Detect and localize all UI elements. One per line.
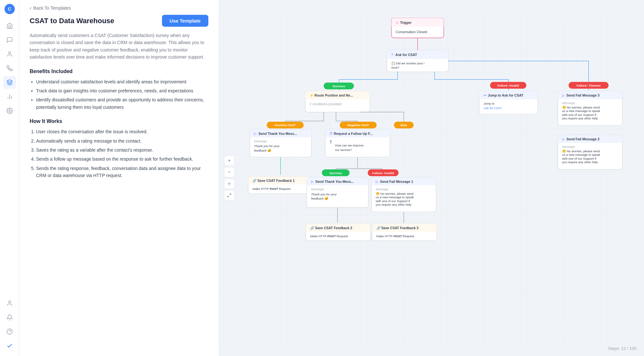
sidebar-item-conversations[interactable]	[3, 33, 16, 46]
zoom-out-button[interactable]: −	[224, 167, 234, 177]
svg-text:📋 Did we resolve your i: 📋 Did we resolve your i	[391, 61, 424, 65]
save-csat-2-node[interactable]: 🔗 Save CSAT Feedback 2 Make HTTP POST Re…	[306, 224, 371, 241]
sidebar-item-settings[interactable]	[3, 104, 16, 117]
how-item: Sends the rating response, feedback, con…	[36, 165, 208, 179]
sidebar-item-help[interactable]	[3, 325, 16, 338]
svg-text:▷: ▷	[376, 180, 379, 183]
svg-text:Request a Follow Up F...: Request a Follow Up F...	[334, 132, 373, 136]
jump-to-ask-node[interactable]: ↩ Jump to Ask for CSAT Jump to Ask for C…	[479, 91, 538, 114]
sidebar-item-profile[interactable]	[3, 297, 16, 310]
back-to-templates-link[interactable]: ‹ Back To Templates	[30, 0, 208, 15]
svg-text:↩: ↩	[484, 93, 487, 97]
svg-text:2 conditions provided: 2 conditions provided	[309, 102, 342, 106]
svg-text:Positive CSAT: Positive CSAT	[275, 123, 296, 127]
sidebar-bottom	[3, 297, 16, 352]
svg-text:▷: ▷	[254, 132, 257, 136]
flow-canvas: ◇ Trigger Conversation Closed ? Ask for …	[219, 0, 644, 356]
svg-text:▷: ▷	[311, 180, 314, 183]
svg-text:us a new message to speak: us a new message to speak	[562, 153, 601, 156]
sidebar-item-contacts[interactable]	[3, 48, 16, 61]
flow-diagram: ◇ Trigger Conversation Closed ? Ask for …	[219, 0, 644, 356]
svg-text:🔗: 🔗	[310, 226, 315, 230]
back-to-templates-label: Back To Templates	[33, 5, 71, 11]
svg-text:Thank you for your: Thank you for your	[254, 144, 280, 148]
svg-text:?: ?	[391, 53, 393, 57]
failure-timeout-badge-text: Failure: Timeout	[577, 84, 601, 87]
ask-csat-node[interactable]: ? Ask for CSAT 📋 Did we resolve your i s…	[387, 50, 448, 72]
svg-point-5	[9, 110, 10, 112]
sidebar-item-reports[interactable]	[3, 90, 16, 103]
zoom-in-button[interactable]: +	[224, 155, 234, 166]
svg-text:Else: Else	[401, 123, 407, 127]
svg-text:Make HTTP POST Request: Make HTTP POST Request	[252, 187, 290, 191]
svg-line-15	[228, 196, 229, 197]
svg-text:ssue?: ssue?	[391, 66, 399, 69]
svg-text:feedback 😊: feedback 😊	[254, 149, 272, 153]
svg-text:Thank you for your: Thank you for your	[311, 192, 337, 196]
svg-point-0	[8, 52, 11, 54]
svg-text:Make HTTP POST Request: Make HTTP POST Request	[376, 234, 414, 238]
fullscreen-button[interactable]	[224, 190, 234, 201]
center-button[interactable]	[224, 179, 234, 189]
svg-text:us a new message to speak: us a new message to speak	[376, 195, 414, 199]
svg-text:Message:: Message:	[562, 145, 575, 148]
sidebar-item-checkmark[interactable]	[3, 339, 16, 352]
sidebar-item-notifications[interactable]	[3, 311, 16, 324]
panel-header: CSAT to Data Warehouse Use Template	[30, 15, 208, 27]
svg-text:Trigger: Trigger	[400, 21, 412, 24]
svg-text:Message:: Message:	[254, 139, 267, 143]
send-thank-you-1-node[interactable]: ▷ Send Thank You Mess... Message: Thank …	[250, 129, 311, 157]
svg-text:Jump to Ask for CSAT: Jump to Ask for CSAT	[488, 93, 524, 97]
svg-text:Message:: Message:	[311, 187, 324, 191]
svg-text:Save CSAT Feedback 2: Save CSAT Feedback 2	[315, 226, 352, 230]
svg-text:you require any other help: you require any other help	[562, 160, 598, 164]
page-title: CSAT to Data Warehouse	[30, 17, 114, 25]
save-csat-1-node[interactable]: 🔗 Save CSAT Feedback 1 Make HTTP POST Re…	[248, 176, 313, 194]
benefit-item: Track data to gain insights into custome…	[36, 87, 208, 94]
how-item: Saves the rating as a variable after the…	[36, 146, 208, 154]
svg-text:Conversation Closed: Conversation Closed	[396, 30, 427, 34]
svg-text:feedback 😊: feedback 😊	[311, 197, 329, 201]
svg-text:Send Fail Message 3: Send Fail Message 3	[566, 93, 600, 97]
save-csat-3-node[interactable]: 🔗 Save CSAT Feedback 3 Make HTTP POST Re…	[372, 224, 437, 241]
request-followup-node[interactable]: ⏱ Request a Follow Up F... T How can we …	[325, 129, 390, 157]
svg-text:▷: ▷	[562, 93, 565, 97]
route-positive-node[interactable]: ⚡ Route Positive and Ne... 2 conditions …	[305, 91, 370, 112]
svg-text:◇: ◇	[396, 21, 399, 24]
sidebar-item-campaigns[interactable]	[3, 62, 16, 75]
svg-text:🔗: 🔗	[252, 179, 257, 183]
send-thank-you-2-node[interactable]: ▷ Send Thank You Mess... Message: Thank …	[307, 177, 368, 208]
svg-text:Ask for CSAT: Ask for CSAT	[484, 106, 502, 110]
sidebar-item-home[interactable]	[3, 19, 16, 32]
steps-label: Steps: 12 / 100	[608, 346, 636, 351]
svg-text:Message:: Message:	[562, 101, 575, 105]
send-fail-1-node[interactable]: ▷ Send Fail Message 1 Message: 😬 No worr…	[371, 177, 436, 212]
svg-text:😬 No worries, please send: 😬 No worries, please send	[562, 149, 600, 153]
svg-text:with one of our Support if: with one of our Support if	[375, 199, 410, 203]
svg-text:Success: Success	[329, 171, 342, 175]
send-fail-2-node[interactable]: ▷ Send Fail Message 2 Message: 😬 No worr…	[558, 135, 622, 169]
svg-text:Failure: Invalid: Failure: Invalid	[372, 171, 394, 175]
how-it-works-list: User closes the conversation after the i…	[30, 128, 208, 179]
send-fail-3-node[interactable]: ▷ Send Fail Message 3 Message: 😬 No worr…	[558, 91, 622, 126]
flow-panel: + − ◇ Trigger Conv	[219, 0, 644, 356]
trigger-node[interactable]: ◇ Trigger Conversation Closed	[392, 18, 444, 38]
description-text: Automatically send customers a CSAT (Cus…	[30, 32, 208, 61]
sidebar-item-automation[interactable]	[3, 76, 16, 89]
benefit-item: Identify dissatisfied customers and prov…	[36, 96, 208, 111]
sidebar: C	[0, 0, 19, 356]
svg-line-14	[230, 194, 231, 195]
svg-text:😬 No worries, please send: 😬 No worries, please send	[376, 192, 413, 196]
svg-text:us a new message to speak: us a new message to speak	[562, 109, 601, 113]
svg-text:T: T	[329, 140, 332, 145]
svg-text:Send Thank You Mess...: Send Thank You Mess...	[315, 180, 354, 183]
svg-text:How can we improve: How can we improve	[335, 144, 364, 147]
svg-text:▷: ▷	[562, 137, 565, 141]
svg-text:Save CSAT Feedback 1: Save CSAT Feedback 1	[258, 179, 295, 183]
avatar[interactable]: C	[5, 4, 15, 14]
use-template-button[interactable]: Use Template	[162, 15, 208, 27]
svg-rect-19	[392, 24, 444, 27]
svg-text:Send Fail Message 1: Send Fail Message 1	[380, 180, 413, 183]
svg-text:Message:: Message:	[376, 187, 389, 191]
benefit-item: Understand customer satisfaction levels …	[36, 78, 208, 85]
